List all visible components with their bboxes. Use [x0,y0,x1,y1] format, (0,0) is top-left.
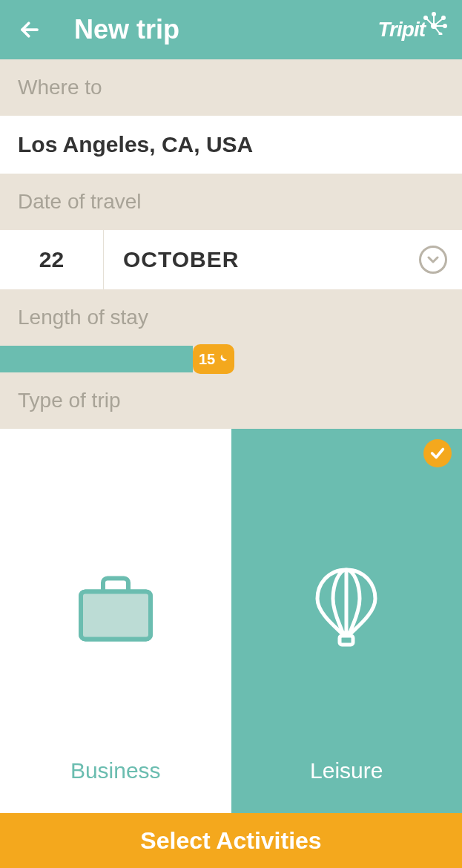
slider-value: 15 [199,351,215,368]
trip-type-business-label: Business [70,758,161,783]
selected-check-badge [423,439,452,467]
brand-spark-icon [423,11,447,35]
date-day-value[interactable]: 22 [0,230,104,289]
brand-logo-text: Tripit [378,18,425,42]
hot-air-balloon-icon [313,566,380,648]
date-picker-row[interactable]: 22 OCTOBER [0,230,462,289]
trip-type-selector: Business Leisure [0,429,462,813]
moon-icon [217,353,228,365]
date-of-travel-label: Date of travel [0,174,462,230]
svg-point-9 [424,16,427,19]
back-button[interactable] [15,15,44,45]
length-of-stay-label: Length of stay [0,289,462,346]
svg-rect-16 [340,636,353,645]
where-to-label: Where to [0,59,462,116]
check-icon [429,445,446,461]
chevron-down-icon [419,246,447,274]
svg-point-11 [440,33,442,36]
date-month-value[interactable]: OCTOBER [104,230,418,289]
svg-line-8 [426,19,434,26]
slider-thumb[interactable]: 15 [193,344,234,374]
svg-line-4 [434,19,443,26]
page-title: New trip [74,14,179,45]
trip-type-business[interactable]: Business [0,429,231,813]
app-root: New trip Tripit Where to Los Angeles, CA… [0,0,462,868]
trip-type-leisure[interactable]: Leisure [231,429,463,813]
arrow-left-icon [19,19,41,41]
svg-point-3 [432,13,435,16]
svg-point-7 [443,24,446,27]
svg-rect-13 [81,591,151,639]
header-bar: New trip Tripit [0,0,462,59]
svg-point-5 [442,16,445,19]
brand-logo: Tripit [378,18,447,42]
briefcase-icon [75,571,156,645]
length-of-stay-slider[interactable]: 15 [0,346,462,372]
svg-line-10 [434,26,440,33]
trip-type-leisure-label: Leisure [310,758,383,783]
destination-input[interactable]: Los Angeles, CA, USA [0,116,462,174]
select-activities-button[interactable]: Select Activities [0,813,462,868]
slider-track-fill [0,346,193,372]
date-dropdown-toggle[interactable] [418,230,462,289]
type-of-trip-label: Type of trip [0,372,462,429]
